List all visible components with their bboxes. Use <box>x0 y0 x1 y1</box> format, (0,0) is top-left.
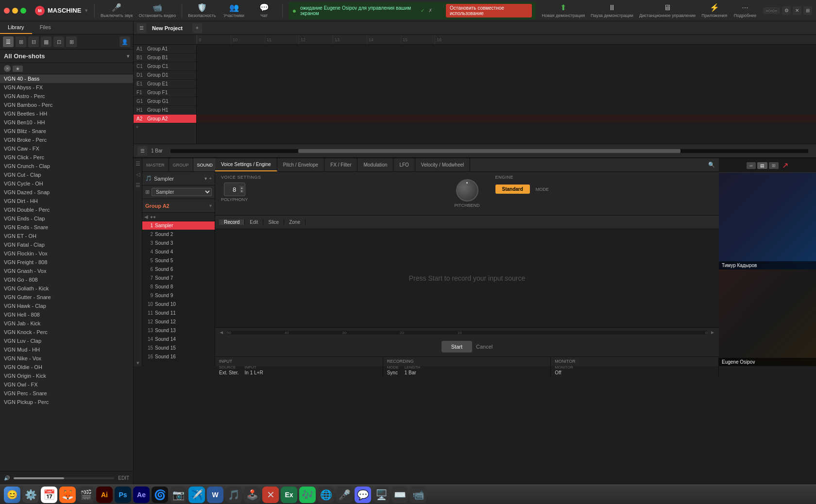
dock-calendar[interactable]: 📅 <box>41 487 57 503</box>
minimize-btn[interactable] <box>12 8 18 14</box>
list-item[interactable]: VGN Gnash - Vox <box>0 267 133 275</box>
sound-item-15[interactable]: 15Sound 15 <box>142 344 215 353</box>
track-label-b1[interactable]: B1Group B1 <box>134 53 196 62</box>
list-item[interactable]: VGN Origin - Kick <box>0 371 133 380</box>
list-item[interactable]: VGN Ends - Clap <box>0 214 133 223</box>
list-item[interactable]: VGN Nike - Vox <box>0 354 133 363</box>
sound-item-12[interactable]: 12Sound 12 <box>142 318 215 326</box>
strip-icon-bottom[interactable]: ▾ <box>135 359 141 366</box>
engine-tab-vel[interactable]: Velocity / Modwheel <box>415 158 470 171</box>
participants-btn[interactable]: 👥 Участники <box>222 3 246 18</box>
list-item[interactable]: VGN Owl - FX <box>0 380 133 389</box>
engine-tab-fx[interactable]: FX / Filter <box>324 158 357 171</box>
list-item[interactable]: VGN Dirt - HH <box>0 197 133 205</box>
expand-icon[interactable]: ⊞ <box>803 6 812 15</box>
video-mode-1[interactable]: ═ <box>747 162 755 169</box>
tab-sound[interactable]: SOUND <box>193 158 218 171</box>
dock-spotify[interactable]: 🎶 <box>299 487 316 503</box>
list-item[interactable]: VGN Pickup - Perc <box>0 398 133 406</box>
sampler-select[interactable]: Sampler <box>152 188 212 196</box>
group-solo-icon[interactable]: ●● <box>150 214 156 219</box>
timeline-scrollbar[interactable] <box>170 149 808 153</box>
dock-mic2[interactable]: 🎤 <box>336 487 353 503</box>
tab-group[interactable]: GROUP <box>169 158 193 171</box>
dock-videocam[interactable]: 📹 <box>410 487 426 503</box>
sound-item-9[interactable]: 9Sound 9 <box>142 291 215 300</box>
group-mute-icon[interactable]: ◀ <box>144 214 148 219</box>
list-item[interactable]: VGN Gutter - Snare <box>0 293 133 302</box>
rec-mode-value[interactable]: Sync <box>387 370 399 375</box>
list-item[interactable]: VGN Blitz - Snare <box>0 127 133 135</box>
list-item[interactable]: VGN Mud - HH <box>0 345 133 354</box>
chevron-down-icon[interactable]: ▾ <box>127 53 129 59</box>
notification-accept[interactable]: ✓ <box>421 8 425 13</box>
new-demo-btn[interactable]: ⬆ Новая демонстрация <box>542 3 585 18</box>
chat-btn[interactable]: 💬 Чат <box>252 3 276 18</box>
track-label-g1[interactable]: G1Group G1 <box>134 97 196 106</box>
dock-music[interactable]: 🎵 <box>225 487 242 503</box>
user-icon[interactable]: 👤 <box>119 36 130 47</box>
plugin-dropdown-icon[interactable]: ▾ <box>204 176 207 181</box>
filter-tag[interactable]: ★ <box>13 66 23 72</box>
timeline-scroll-right[interactable]: ► <box>710 330 715 335</box>
list-item[interactable]: VGN Double - Perc <box>0 205 133 214</box>
monitor-value[interactable]: Off <box>555 370 573 375</box>
sound-item-14[interactable]: 14Sound 14 <box>142 335 215 344</box>
timeline-scroll-left[interactable]: ◄ <box>219 330 224 335</box>
dock-settings[interactable]: ⚙️ <box>22 487 39 503</box>
dock-illustrator[interactable]: Ai <box>96 487 113 503</box>
list-item[interactable]: VGN Luv - Clap <box>0 336 133 345</box>
list-item[interactable]: VGN Ben10 - HH <box>0 118 133 127</box>
volume-slider[interactable] <box>14 477 114 479</box>
strip-icon-1[interactable]: ☰ <box>135 160 141 167</box>
sound-item-7[interactable]: 7Sound 7 <box>142 274 215 283</box>
record-tab-record[interactable]: Record <box>219 219 245 225</box>
dock-excel[interactable]: Ex <box>281 487 297 503</box>
record-tab-zone[interactable]: Zone <box>284 219 306 225</box>
sound-item-3[interactable]: 3Sound 3 <box>142 239 215 248</box>
list-item[interactable]: VGN Astro - Perc <box>0 92 133 101</box>
more-btn[interactable]: ··· Подробнее <box>733 3 757 18</box>
close-btn[interactable] <box>4 8 10 14</box>
sound-item-11[interactable]: 11Sound 11 <box>142 309 215 318</box>
filter-btn[interactable]: ⊡ <box>53 36 64 47</box>
large-grid-btn[interactable]: ⊟ <box>28 36 39 47</box>
list-item[interactable]: VGN Goliath - Kick <box>0 284 133 293</box>
tab-master[interactable]: MASTER <box>142 158 169 171</box>
list-item[interactable]: VGN Caw - FX <box>0 144 133 153</box>
tag-btn[interactable]: ⊞ <box>66 36 77 47</box>
list-item[interactable]: VGN Go - 808 <box>0 275 133 284</box>
poly-up-arrow[interactable]: ▲ <box>240 186 244 189</box>
engine-tab-pitch[interactable]: Pitch / Envelope <box>277 158 324 171</box>
dock-x[interactable]: ✕ <box>262 487 279 503</box>
dock-ae[interactable]: Ae <box>133 487 150 503</box>
tab-library[interactable]: Library <box>0 21 32 34</box>
add-track-btn[interactable]: + <box>134 123 196 130</box>
poly-down-arrow[interactable]: ▼ <box>240 189 244 193</box>
tab-files[interactable]: Files <box>32 21 59 34</box>
dock-word[interactable]: W <box>207 487 223 503</box>
list-item[interactable]: VGN Bamboo - Perc <box>0 101 133 109</box>
dock-telegram[interactable]: ✈️ <box>188 487 205 503</box>
plugin-add-icon[interactable]: + <box>209 176 212 181</box>
track-label-d1[interactable]: D1Group D1 <box>134 71 196 80</box>
bar-chart-btn[interactable]: ▦ <box>41 36 51 47</box>
list-item[interactable]: VGN Ends - Snare <box>0 223 133 232</box>
engine-tab-voice[interactable]: Voice Settings / Engine <box>215 158 277 171</box>
track-cells[interactable] <box>197 45 816 144</box>
track-label-h1[interactable]: H1Group H1 <box>134 106 196 115</box>
list-item[interactable]: VGN Fatal - Clap <box>0 240 133 249</box>
grid-view-btn[interactable]: ⊞ <box>16 36 26 47</box>
strip-icon-2[interactable]: ◁ <box>135 171 141 178</box>
engine-tab-mod[interactable]: Modulation <box>357 158 393 171</box>
video-mode-2[interactable]: ▤ <box>757 162 767 169</box>
sound-item-16[interactable]: 16Sound 16 <box>142 353 215 361</box>
sound-item-5[interactable]: 5Sound 5 <box>142 256 215 265</box>
engine-tab-lfo[interactable]: LFO <box>393 158 415 171</box>
dock-firefox[interactable]: 🦊 <box>59 487 76 503</box>
dock-photoshop[interactable]: Ps <box>115 487 131 503</box>
length-value[interactable]: 1 Bar <box>405 370 420 375</box>
sound-item-13[interactable]: 13Sound 13 <box>142 326 215 335</box>
add-btn[interactable]: + <box>192 23 202 33</box>
list-item[interactable]: VGN Perc - Snare <box>0 389 133 398</box>
